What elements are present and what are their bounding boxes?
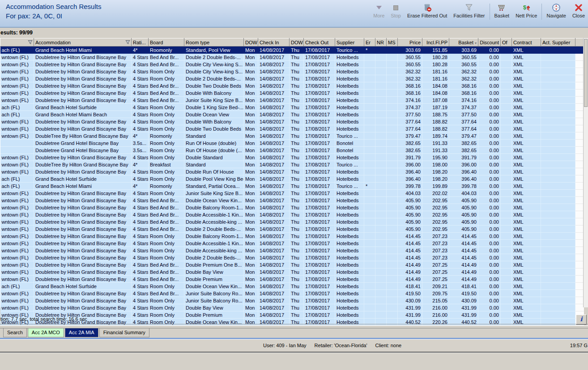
result-row[interactable]: wntown (FL)DoubleTree By Hilton Grand Bi… — [0, 132, 584, 140]
search-duration-text: tion: 7.7 sec, total search time: 16.6 s… — [0, 316, 87, 322]
result-row[interactable]: wntown (FL)Doubletree by Hilton Grand Bi… — [0, 97, 584, 104]
result-row[interactable]: wntown (FL)Doubletree by Hilton Grand Bi… — [0, 82, 584, 89]
sort-indicator-icon: ▾ — [475, 41, 477, 45]
result-row[interactable]: ach (FL)Grand Beach Hotel Miami4*Roomonl… — [0, 47, 584, 54]
results-count-bar: esults: 99/99 — [0, 28, 588, 38]
result-row[interactable]: wntown (FL)Doubletree by Hilton Grand Bi… — [0, 254, 584, 261]
page-title: Accommodation Search Results — [6, 3, 101, 10]
column-header-blank[interactable] — [575, 38, 584, 47]
pax-subtitle: For pax: 2A, 0C, 0I — [6, 12, 62, 20]
navigate-button[interactable]: Navigate — [543, 3, 569, 18]
status-client: Client: none — [375, 343, 402, 348]
column-header-supplier[interactable]: Supplier — [335, 38, 364, 47]
divider — [0, 324, 588, 326]
column-header-incl-fl-pp[interactable]: Incl.Fl.PP — [422, 38, 449, 47]
status-retailer: Retailer: 'Ocean-Florida' — [315, 343, 367, 348]
stop-button[interactable]: Stop — [388, 3, 404, 18]
stop-icon — [393, 3, 398, 13]
column-header-blank[interactable] — [0, 38, 34, 47]
result-row[interactable]: wntown (FL)Doubletree by Hilton Grand Bi… — [0, 297, 584, 304]
taskbar: 19:57 05/07/2017 — [0, 353, 588, 370]
result-row[interactable]: wntown (FL)Doubletree by Hilton Grand Bi… — [0, 154, 584, 161]
results-grid: AccommodationRati...BoardRoom typeDOWChe… — [0, 38, 584, 307]
tab-search[interactable]: Search — [3, 328, 27, 337]
close-button[interactable]: Close — [569, 3, 588, 18]
column-header-check-out[interactable]: Check Out — [304, 38, 335, 47]
result-row[interactable]: wntown (FL)Doubletree by Hilton Grand Bi… — [0, 247, 584, 254]
result-row[interactable]: wntown (FL)Doubletree by Hilton Grand Bi… — [0, 61, 584, 68]
status-bar: User: 409 - Ian May Retailer: 'Ocean-Flo… — [0, 339, 588, 352]
window-header: Accommodation Search Results For pax: 2A… — [0, 0, 588, 28]
result-row[interactable]: wntown (FL)Doubletree by Hilton Grand Bi… — [0, 54, 584, 61]
result-row[interactable]: wntown (FL)Doubletree by Hilton Grand Bi… — [0, 190, 584, 197]
column-header-basket[interactable]: Basket▾ — [449, 38, 478, 47]
result-row[interactable]: wntown (FL)Doubletree by Hilton Grand Bi… — [0, 197, 584, 204]
result-row[interactable]: wntown (FL)Doubletree by Hilton Grand Bi… — [0, 268, 584, 276]
result-row[interactable]: wntown (FL)Doubletree by Hilton Grand Bi… — [0, 276, 584, 283]
column-header-nr[interactable]: NR — [375, 38, 387, 47]
tab-financial-summary[interactable]: Financial Summary — [99, 328, 149, 337]
result-row[interactable]: wntown (FL)Doubletree by Hilton Grand Bi… — [0, 75, 584, 82]
basket-button[interactable]: Basket — [491, 3, 513, 18]
nett-price-icon: $ — [522, 3, 531, 13]
result-row[interactable]: wntown (FL)Doubletree by Hilton Grand Bi… — [0, 240, 584, 247]
column-header-discount[interactable]: Discount — [478, 38, 501, 47]
column-header-ms[interactable]: MS — [387, 38, 398, 47]
column-header-room-type[interactable]: Room type — [184, 38, 244, 47]
result-row[interactable]: ach (FL)Grand Beach Hotel Surfside4 Star… — [0, 283, 584, 290]
result-row[interactable]: wntown (FL)Doubletree by Hilton Grand Bi… — [0, 204, 584, 211]
result-row[interactable]: ach (FL)Grand Beach Hotel Surfside4 Star… — [0, 104, 584, 111]
more-button[interactable]: More — [370, 3, 388, 18]
result-row[interactable]: wntown (FL)Doubletree by Hilton Grand Bi… — [0, 125, 584, 132]
erase-filtered-out-button[interactable]: Erase Filtered Out — [404, 3, 450, 18]
more-icon — [376, 3, 382, 13]
result-row[interactable]: wntown (FL)Doubletree by Hilton Grand Bi… — [0, 304, 584, 311]
column-header-dow[interactable]: DOW — [244, 38, 258, 47]
column-header-er[interactable]: Er — [364, 38, 375, 47]
status-gmt-time: 19:57 G — [570, 343, 588, 348]
compass-icon — [552, 3, 561, 13]
table-header-row: AccommodationRati...BoardRoom typeDOWChe… — [0, 38, 584, 47]
column-header-accommodation[interactable]: Accommodation — [34, 38, 132, 47]
result-row[interactable]: wntown (FL)Doubletree by Hilton Grand Bi… — [0, 233, 584, 240]
column-header-contract[interactable]: Contract — [512, 38, 541, 47]
results-table: AccommodationRati...BoardRoom typeDOWChe… — [0, 38, 584, 326]
tab-acc-2a-mia[interactable]: Acc 2A MIA — [65, 328, 98, 337]
status-user: User: 409 - Ian May — [263, 343, 307, 348]
tab-acc-2a-mco[interactable]: Acc 2A MCO — [28, 328, 64, 337]
column-header-price[interactable]: Price — [398, 38, 422, 47]
result-row[interactable]: wntown (FL)Doubletree by Hilton Grand Bi… — [0, 261, 584, 268]
column-header-rati[interactable]: Rati... — [132, 38, 149, 47]
results-body: ach (FL)Grand Beach Hotel Miami4*Roomonl… — [0, 47, 584, 326]
result-row[interactable]: ach (FL)Grand Beach Hotel Miami4*Roomonl… — [0, 183, 584, 190]
column-filter-icon[interactable] — [28, 40, 33, 45]
column-header-check-in[interactable]: Check In — [258, 38, 290, 47]
column-header-dow[interactable]: DOW — [290, 38, 304, 47]
result-row[interactable]: Doubletree Grand Hotel Biscayne Bay3.5s.… — [0, 147, 584, 154]
result-row[interactable]: ach (FL)Grand Beach Hotel Miami Beach4 S… — [0, 111, 584, 118]
result-row[interactable]: wntown (FL)Doubletree by Hilton Grand Bi… — [0, 225, 584, 233]
result-row[interactable]: wntown (FL)Doubletree by Hilton Grand Bi… — [0, 168, 584, 175]
result-row[interactable]: wntown (FL)Doubletree by Hilton Grand Bi… — [0, 118, 584, 125]
result-row[interactable]: Doubletree Grand Hotel Biscayne Bay3.5s.… — [0, 140, 584, 147]
result-row[interactable]: wntown (FL)Doubletree by Hilton Grand Bi… — [0, 290, 584, 297]
result-row[interactable]: wntown (FL)Doubletree by Hilton Grand Bi… — [0, 211, 584, 218]
column-header-of[interactable]: Of — [501, 38, 512, 47]
result-row[interactable]: wntown (FL)Doubletree by Hilton Grand Bi… — [0, 218, 584, 225]
vertical-scrollbar[interactable] — [583, 38, 588, 307]
result-row[interactable]: wntown (FL)DoubleTree By Hilton Grand Bi… — [0, 161, 584, 168]
info-button[interactable]: i — [576, 315, 587, 325]
column-filter-icon[interactable] — [125, 40, 130, 45]
result-row[interactable]: wntown (FL)Doubletree by Hilton Grand Bi… — [0, 89, 584, 97]
nett-price-button[interactable]: $ Nett Price — [512, 3, 540, 18]
result-row[interactable]: wntown (FL)Doubletree by Hilton Grand Bi… — [0, 68, 584, 75]
trash-erase-icon — [423, 3, 432, 13]
basket-icon — [497, 3, 506, 13]
column-header-act-supplier[interactable]: Act. Supplier — [541, 38, 575, 47]
scrollbar-thumb[interactable] — [584, 39, 588, 107]
result-row[interactable]: ach (FL)Grand Beach Hotel Surfside4 Star… — [0, 175, 584, 183]
svg-text:$: $ — [523, 4, 527, 11]
result-row[interactable]: wntown (FL)Doubletree by Hilton Grand Bi… — [0, 311, 584, 319]
facilities-filter-button[interactable]: Facilities Filter — [450, 3, 488, 18]
column-header-board[interactable]: Board — [149, 38, 184, 47]
